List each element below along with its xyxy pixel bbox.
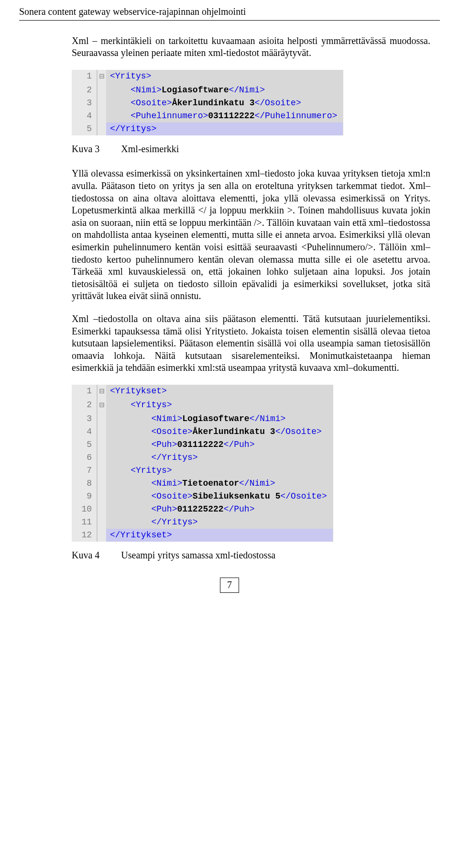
body-paragraph-2: Xml –tiedostolla on oltava aina siis pää… xyxy=(72,313,430,374)
xml-text: Sibeliuksenkatu 5 xyxy=(193,491,281,501)
xml-tag: <Yritys> xyxy=(131,466,172,475)
line-number: 9 xyxy=(72,490,97,503)
xml-tag: </Nimi> xyxy=(239,479,275,488)
line-number: 1 xyxy=(72,70,97,84)
xml-tag: </Yritys> xyxy=(151,453,197,462)
line-number: 4 xyxy=(72,425,97,438)
xml-text: 011225222 xyxy=(177,504,223,514)
header-title: Sonera content gateway webservice-rajapi… xyxy=(19,6,246,17)
xml-text: Åkerlundinkatu 3 xyxy=(172,98,255,108)
xml-tag: </Yritys> xyxy=(151,517,197,527)
xml-tag: <Osoite> xyxy=(151,427,192,436)
xml-text: 031112222 xyxy=(177,440,223,449)
page-footer: 7 xyxy=(19,578,440,593)
xml-text: Logiasoftware xyxy=(182,414,249,423)
line-number: 3 xyxy=(72,97,97,110)
xml-tag: <Yritykset> xyxy=(110,386,167,396)
xml-tag: </Yritys> xyxy=(110,124,156,134)
line-number: 3 xyxy=(72,412,97,425)
fold-icon: ⊟ xyxy=(97,385,106,399)
line-number: 1 xyxy=(72,385,97,399)
caption-text: Useampi yritys samassa xml-tiedostossa xyxy=(121,550,275,560)
body-paragraph-1: Yllä olevassa esimerkissä on yksinkertai… xyxy=(72,167,430,302)
xml-tag: <Puhelinnumero> xyxy=(131,111,208,121)
line-number: 4 xyxy=(72,110,97,122)
caption-label: Kuva 4 xyxy=(72,550,99,560)
figure-caption-2: Kuva 4 Useampi yritys samassa xml-tiedos… xyxy=(72,549,430,562)
page-number: 7 xyxy=(220,578,239,593)
fold-icon: ⊟ xyxy=(97,70,106,84)
line-number: 5 xyxy=(72,438,97,451)
line-number: 2 xyxy=(72,84,97,97)
xml-tag: <Yritys> xyxy=(131,400,172,410)
xml-tag: <Yritys> xyxy=(110,71,151,81)
xml-tag: <Puh> xyxy=(151,504,177,514)
line-number: 10 xyxy=(72,503,97,516)
xml-tag: </Puh> xyxy=(224,440,255,449)
xml-tag: </Nimi> xyxy=(250,414,286,423)
line-number: 5 xyxy=(72,122,97,135)
xml-tag: </Puhelinnumero> xyxy=(254,111,337,121)
line-number: 8 xyxy=(72,477,97,490)
line-number: 7 xyxy=(72,464,97,477)
xml-tag: <Nimi> xyxy=(151,479,182,488)
xml-tag: </Osoite> xyxy=(275,427,322,436)
xml-tag: </Nimi> xyxy=(229,85,265,95)
line-number: 11 xyxy=(72,516,97,529)
caption-label: Kuva 3 xyxy=(72,144,99,154)
xml-tag: </Osoite> xyxy=(280,491,327,501)
line-number: 12 xyxy=(72,529,97,542)
fold-icon: ⊟ xyxy=(97,399,106,412)
xml-text: Logiasoftware xyxy=(162,85,229,95)
code-example-2: 1 ⊟ <Yritykset> 2 ⊟ <Yritys> 3 <Nimi>Log… xyxy=(72,385,333,542)
xml-tag: <Puh> xyxy=(151,440,177,449)
code-example-1: 1 ⊟ <Yritys> 2 <Nimi>Logiasoftware</Nimi… xyxy=(72,70,343,135)
figure-caption-1: Kuva 3 Xml-esimerkki xyxy=(72,143,430,156)
line-number: 2 xyxy=(72,399,97,412)
xml-tag: <Nimi> xyxy=(131,85,162,95)
xml-tag: </Puh> xyxy=(224,504,255,514)
xml-tag: <Osoite> xyxy=(131,98,172,108)
xml-tag: <Osoite> xyxy=(151,491,192,501)
intro-paragraph: Xml – merkintäkieli on tarkoitettu kuvaa… xyxy=(72,35,430,59)
caption-text: Xml-esimerkki xyxy=(121,144,179,154)
page-header: Sonera content gateway webservice-rajapi… xyxy=(19,6,440,21)
xml-tag: </Osoite> xyxy=(254,98,301,108)
xml-tag: <Nimi> xyxy=(151,414,182,423)
xml-text: Åkerlundinkatu 3 xyxy=(193,427,275,436)
xml-text: Tietoenator xyxy=(182,479,239,488)
xml-tag: </Yritykset> xyxy=(110,530,172,540)
xml-text: 031112222 xyxy=(208,111,254,121)
line-number: 6 xyxy=(72,451,97,464)
